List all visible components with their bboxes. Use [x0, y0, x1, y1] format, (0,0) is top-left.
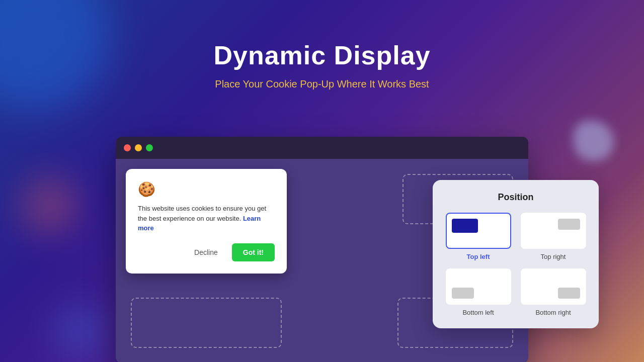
accept-button[interactable]: Got it! [232, 243, 275, 261]
position-option-bottom-right[interactable]: Bottom right [520, 268, 587, 316]
traffic-light-red [124, 144, 131, 151]
position-panel: Position Top left Top right Bottom left [433, 180, 599, 328]
position-grid: Top left Top right Bottom left Bottom ri… [445, 213, 587, 316]
blob-top-right [574, 121, 614, 161]
cookie-text: This website uses cookies to ensure you … [138, 204, 275, 233]
cookie-icon: 🍪 [138, 181, 275, 198]
position-thumb-top-left [446, 213, 511, 249]
traffic-light-yellow [135, 144, 142, 151]
page-title: Dynamic Display [0, 40, 644, 70]
position-option-top-left[interactable]: Top left [445, 213, 512, 260]
cookie-buttons: Decline Got it! [138, 243, 275, 261]
position-label-top-right: Top right [541, 253, 566, 260]
thumb-indicator-top-right [558, 219, 580, 230]
cookie-popup: 🍪 This website uses cookies to ensure yo… [126, 169, 287, 274]
position-thumb-bottom-right [521, 268, 586, 305]
page-subtitle: Place Your Cookie Pop-Up Where It Works … [0, 78, 644, 90]
position-label-top-left: Top left [467, 253, 490, 260]
browser-titlebar [116, 137, 528, 159]
thumb-indicator-bottom-left [452, 288, 474, 299]
blob-middle-left [25, 181, 75, 231]
position-panel-title: Position [445, 192, 587, 203]
position-option-bottom-left[interactable]: Bottom left [445, 268, 512, 316]
thumb-indicator-top-left [452, 219, 478, 233]
page-header: Dynamic Display Place Your Cookie Pop-Up… [0, 0, 644, 90]
placeholder-bottom-left [131, 298, 282, 348]
thumb-indicator-bottom-right [558, 288, 580, 299]
position-label-bottom-right: Bottom right [535, 309, 571, 316]
traffic-light-green [146, 144, 153, 151]
blob-bottom-left [60, 312, 101, 352]
position-label-bottom-left: Bottom left [462, 309, 494, 316]
position-thumb-top-right [521, 213, 586, 249]
position-option-top-right[interactable]: Top right [520, 213, 587, 260]
decline-button[interactable]: Decline [186, 243, 226, 261]
position-thumb-bottom-left [446, 268, 511, 305]
